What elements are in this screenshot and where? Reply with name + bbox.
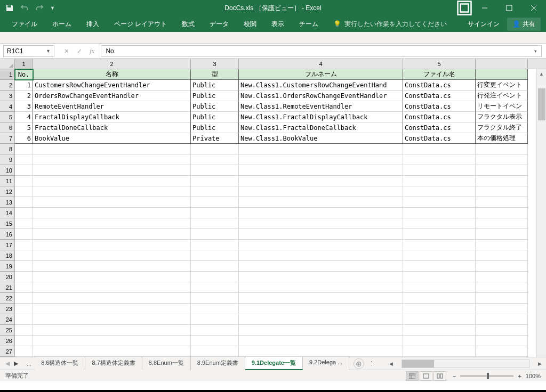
row-header[interactable]: 26 — [0, 336, 14, 346]
empty-cell[interactable] — [239, 304, 403, 314]
row-header[interactable]: 5 — [0, 112, 14, 123]
empty-cell[interactable] — [15, 346, 33, 357]
empty-cell[interactable] — [403, 272, 476, 282]
row-header[interactable]: 15 — [0, 218, 14, 229]
row-header[interactable]: 25 — [0, 325, 14, 336]
empty-cell[interactable] — [239, 261, 403, 272]
minimize-button[interactable] — [472, 0, 497, 16]
row-header[interactable]: 8 — [0, 144, 14, 154]
empty-cell[interactable] — [15, 336, 33, 346]
data-cell[interactable]: FractalDisplayCallback — [33, 112, 191, 123]
empty-cell[interactable] — [403, 240, 476, 250]
data-cell[interactable]: Public — [191, 112, 239, 123]
data-cell[interactable]: 6 — [15, 133, 33, 144]
tab-review[interactable]: 校閲 — [237, 17, 263, 32]
empty-cell[interactable] — [239, 293, 403, 304]
empty-cell[interactable] — [191, 336, 239, 346]
empty-cell[interactable] — [15, 240, 33, 250]
empty-cell[interactable] — [403, 261, 476, 272]
data-cell[interactable]: Private — [191, 133, 239, 144]
empty-cell[interactable] — [403, 197, 476, 208]
empty-cell[interactable] — [403, 336, 476, 346]
header-cell[interactable]: 名称 — [33, 69, 191, 80]
empty-cell[interactable] — [476, 208, 528, 218]
empty-cell[interactable] — [33, 272, 191, 282]
empty-cell[interactable] — [191, 218, 239, 229]
data-cell[interactable]: Public — [191, 91, 239, 101]
empty-cell[interactable] — [239, 186, 403, 197]
empty-cell[interactable] — [191, 165, 239, 176]
row-header[interactable]: 16 — [0, 229, 14, 240]
empty-cell[interactable] — [403, 229, 476, 240]
row-header[interactable]: 12 — [0, 186, 14, 197]
empty-cell[interactable] — [15, 165, 33, 176]
data-cell[interactable]: New.Class1.BookValue — [239, 133, 403, 144]
empty-cell[interactable] — [403, 282, 476, 293]
fx-icon[interactable]: fx — [90, 47, 94, 55]
empty-cell[interactable] — [191, 304, 239, 314]
share-button[interactable]: 👤 共有 — [507, 18, 541, 31]
row-header[interactable]: 9 — [0, 154, 14, 165]
empty-cell[interactable] — [476, 240, 528, 250]
empty-cell[interactable] — [33, 154, 191, 165]
row-header[interactable]: 19 — [0, 261, 14, 272]
horizontal-scroll-thumb[interactable] — [402, 360, 434, 368]
empty-cell[interactable] — [403, 176, 476, 186]
empty-cell[interactable] — [15, 208, 33, 218]
empty-cell[interactable] — [403, 218, 476, 229]
data-cell[interactable]: ConstData.cs — [403, 80, 476, 91]
empty-cell[interactable] — [191, 229, 239, 240]
empty-cell[interactable] — [239, 240, 403, 250]
sheet-tab[interactable]: 8.8Enum一覧 — [142, 357, 191, 370]
empty-cell[interactable] — [191, 325, 239, 336]
empty-cell[interactable] — [476, 314, 528, 325]
empty-cell[interactable] — [15, 272, 33, 282]
empty-cell[interactable] — [476, 250, 528, 261]
empty-cell[interactable] — [15, 197, 33, 208]
data-cell[interactable]: ConstData.cs — [403, 91, 476, 101]
data-cell[interactable]: ConstData.cs — [403, 123, 476, 133]
sheet-tab[interactable]: 8.6構造体一覧 — [35, 357, 85, 370]
cancel-icon[interactable]: ✕ — [64, 47, 69, 55]
empty-cell[interactable] — [15, 218, 33, 229]
empty-cell[interactable] — [15, 325, 33, 336]
row-header[interactable]: 13 — [0, 197, 14, 208]
sheet-tab[interactable]: 9.2Delega ... — [303, 357, 349, 370]
empty-cell[interactable] — [239, 165, 403, 176]
empty-cell[interactable] — [15, 229, 33, 240]
sheet-prev-icon[interactable]: ◀ — [5, 360, 10, 367]
horizontal-scrollbar[interactable]: ◀ ▶ — [389, 360, 542, 368]
column-header[interactable]: 2 — [33, 59, 191, 69]
empty-cell[interactable] — [476, 218, 528, 229]
empty-cell[interactable] — [33, 336, 191, 346]
empty-cell[interactable] — [33, 250, 191, 261]
empty-cell[interactable] — [239, 346, 403, 357]
add-sheet-button[interactable]: ⊕ — [354, 358, 364, 369]
row-header[interactable]: 6 — [0, 123, 14, 133]
empty-cell[interactable] — [403, 154, 476, 165]
column-header[interactable] — [476, 59, 528, 69]
empty-cell[interactable] — [239, 197, 403, 208]
empty-cell[interactable] — [476, 165, 528, 176]
redo-icon[interactable] — [35, 4, 44, 12]
data-cell[interactable]: 4 — [15, 112, 33, 123]
empty-cell[interactable] — [33, 240, 191, 250]
empty-cell[interactable] — [239, 314, 403, 325]
data-cell[interactable]: フラクタル表示 — [476, 112, 528, 123]
empty-cell[interactable] — [476, 186, 528, 197]
empty-cell[interactable] — [403, 293, 476, 304]
empty-cell[interactable] — [33, 314, 191, 325]
empty-cell[interactable] — [191, 293, 239, 304]
empty-cell[interactable] — [33, 197, 191, 208]
empty-cell[interactable] — [191, 154, 239, 165]
empty-cell[interactable] — [403, 250, 476, 261]
data-cell[interactable]: 行発注イベント — [476, 91, 528, 101]
empty-cell[interactable] — [33, 218, 191, 229]
empty-cell[interactable] — [476, 336, 528, 346]
data-cell[interactable]: CustomersRowChangeEventHandler — [33, 80, 191, 91]
ribbon-options-icon[interactable] — [456, 0, 472, 16]
name-box[interactable]: R1C1 ▼ — [3, 45, 54, 57]
empty-cell[interactable] — [191, 282, 239, 293]
row-header[interactable]: 14 — [0, 208, 14, 218]
empty-cell[interactable] — [33, 346, 191, 357]
